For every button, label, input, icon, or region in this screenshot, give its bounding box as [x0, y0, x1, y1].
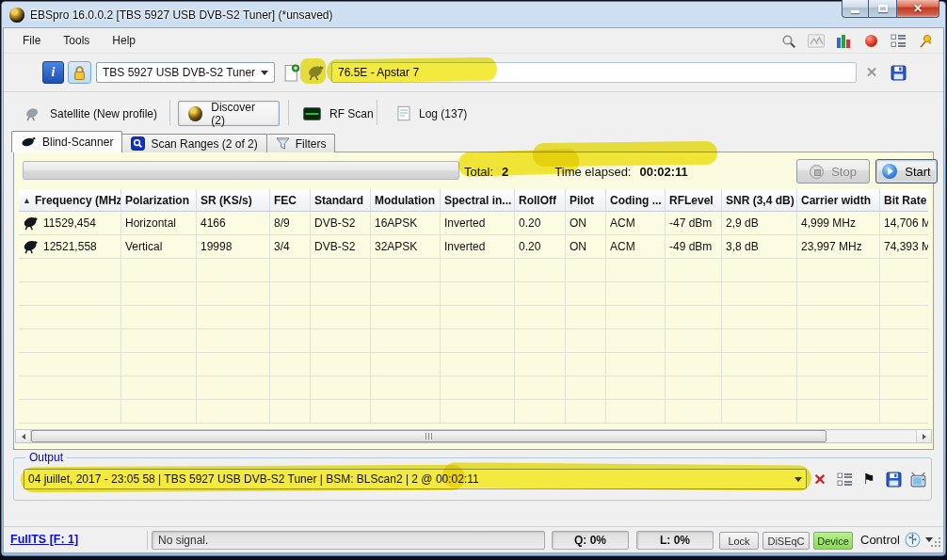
tab-log[interactable]: Log (137) [388, 101, 476, 126]
lock-button[interactable] [68, 61, 91, 84]
menu-tools[interactable]: Tools [52, 29, 101, 52]
tab-discover[interactable]: Discover (2) [178, 101, 280, 126]
client-area: File Tools Help i TBS 5927 USB DVB-S2 Tu… [3, 27, 944, 553]
control-label: Control [860, 533, 900, 547]
filter-funnel-icon [276, 137, 290, 150]
tab-satellite[interactable]: Satellite (New profile) [15, 101, 167, 126]
column-header[interactable]: Bit Rate [880, 189, 928, 212]
scan-progress-bar [23, 161, 459, 180]
tab-log-label: Log (137) [419, 107, 467, 120]
column-header[interactable]: Modulation [371, 189, 441, 212]
satellite-dish-button[interactable] [305, 61, 328, 84]
minimize-button[interactable] [842, 0, 869, 18]
tab-separator [288, 100, 289, 125]
column-header[interactable]: RollOff [515, 189, 566, 212]
elapsed-label: Time elapsed: [554, 165, 631, 179]
checklist-icon[interactable] [890, 34, 907, 49]
column-header[interactable]: Spectral in... [441, 189, 515, 212]
elapsed-value: 00:02:11 [639, 165, 687, 179]
info-icon: i [52, 65, 56, 80]
stop-button[interactable]: Stop [796, 159, 870, 184]
output-select-value: 04 juillet, 2017 - 23:05 58 | TBS 5927 U… [28, 472, 795, 486]
info-button[interactable]: i [42, 61, 64, 84]
subtab-filters[interactable]: Filters [266, 134, 336, 152]
new-profile-button[interactable] [280, 61, 302, 84]
main-tabs: Satellite (New profile) Discover (2) RF … [4, 93, 943, 128]
column-header[interactable]: SR (KS/s) [197, 189, 270, 212]
control-menu[interactable]: Control [860, 532, 933, 548]
menu-file[interactable]: File [11, 29, 52, 52]
blind-scanner-icon [21, 136, 37, 149]
scroll-right-arrow[interactable] [916, 430, 931, 442]
save-icon [891, 65, 907, 81]
level-indicator: L: 0% [636, 531, 714, 550]
column-header[interactable]: SNR (3,4 dB) [722, 189, 797, 212]
fullts-link[interactable]: FullTS [F: 1] [10, 533, 78, 546]
app-icon [9, 8, 24, 23]
tab-discover-label: Discover (2) [211, 101, 269, 127]
maximize-button[interactable] [869, 0, 896, 18]
column-header[interactable]: FEC [270, 189, 311, 212]
log-icon [397, 105, 410, 121]
resize-grip[interactable] [930, 536, 941, 551]
empty-table-rows [19, 259, 928, 424]
menu-bar: File Tools Help [4, 28, 943, 54]
output-details-button[interactable] [833, 468, 856, 490]
flag-icon: ⚑ [862, 471, 875, 488]
horizontal-scrollbar[interactable] [15, 429, 932, 443]
subtab-blind-scanner[interactable]: Blind-Scanner [11, 131, 122, 152]
column-header[interactable]: Coding ... [606, 189, 666, 212]
column-header[interactable]: Pilot [566, 189, 606, 212]
output-delete-button[interactable]: ✕ [809, 468, 831, 490]
column-header[interactable]: ▲Frequency (MHz) [19, 189, 121, 212]
chart-icon[interactable] [835, 34, 852, 49]
scrollbar-thumb[interactable] [31, 430, 827, 442]
minimize-icon [851, 10, 859, 13]
titlebar[interactable]: EBSpro 16.0.0.2 [TBS 5927 USB DVB-S2 Tun… [4, 3, 943, 26]
output-select[interactable]: 04 juillet, 2017 - 23:05 58 | TBS 5927 U… [24, 469, 807, 489]
main-toolbar: i TBS 5927 USB DVB-S2 Tuner ✕ [4, 54, 943, 92]
output-group: Output 04 juillet, 2017 - 23:05 58 | TBS… [13, 457, 932, 501]
blind-scanner-panel: Total: 2 Time elapsed: 00:02:11 Stop Sta… [13, 152, 934, 450]
statusbar-separator [147, 531, 148, 550]
table-row[interactable]: 12521,558 Vertical 19998 3/4 DVB-S2 32AP… [19, 235, 928, 259]
stop-button-label: Stop [831, 165, 857, 179]
save-button[interactable] [887, 61, 909, 84]
total-value: 2 [502, 165, 508, 179]
close-button[interactable]: ✕ [896, 0, 939, 18]
column-header[interactable]: Standard [311, 189, 371, 212]
new-page-icon [283, 64, 299, 82]
device-select[interactable]: TBS 5927 USB DVB-S2 Tuner [96, 62, 275, 83]
start-button[interactable]: Start [875, 159, 938, 184]
snapshot-icon[interactable] [808, 34, 825, 49]
transponder-dish-icon [23, 216, 40, 231]
scroll-left-arrow[interactable] [16, 430, 31, 442]
column-header[interactable]: Carrier width [797, 189, 880, 212]
scan-ranges-icon [131, 136, 145, 151]
start-button-label: Start [905, 165, 930, 179]
transponder-dish-icon [23, 239, 40, 254]
record-icon[interactable] [862, 34, 879, 49]
results-table: ▲Frequency (MHz) Polarization SR (KS/s) … [19, 189, 928, 259]
pushpin-icon[interactable] [917, 34, 934, 49]
subtab-scan-ranges[interactable]: Scan Ranges (2 of 2) [121, 134, 266, 152]
device-button[interactable]: Device [813, 532, 853, 550]
output-save-button[interactable] [882, 468, 905, 490]
table-row[interactable]: 11529,454 Horizontal 4166 8/9 DVB-S2 16A… [19, 212, 928, 235]
output-flag-button[interactable]: ⚑ [858, 468, 880, 490]
satellite-input[interactable] [331, 62, 857, 83]
menu-help[interactable]: Help [101, 29, 147, 52]
discover-icon [188, 106, 202, 121]
search-icon[interactable] [780, 34, 797, 49]
lock-status-button[interactable]: Lock [719, 532, 759, 550]
column-header[interactable]: Polarization [121, 189, 197, 212]
subtab-blind-scanner-label: Blind-Scanner [42, 136, 113, 149]
stop-icon [810, 165, 824, 179]
column-header[interactable]: RFLevel [666, 189, 722, 212]
details-list-icon [837, 472, 853, 487]
clear-button[interactable]: ✕ [860, 61, 883, 84]
sort-ascending-icon: ▲ [23, 196, 31, 205]
output-tv-button[interactable] [907, 468, 929, 490]
tab-rf-scan[interactable]: RF Scan [294, 101, 383, 126]
diseqc-button[interactable]: DiSEqC [762, 532, 810, 550]
